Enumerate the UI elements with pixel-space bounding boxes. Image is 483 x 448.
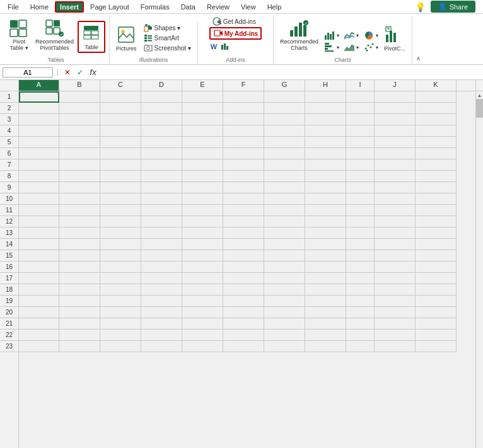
cell-J15[interactable]: [375, 250, 416, 261]
cell-H19[interactable]: [305, 296, 346, 307]
cell-K16[interactable]: [416, 261, 457, 273]
cell-B18[interactable]: [59, 284, 100, 296]
cell-E22[interactable]: [182, 330, 223, 341]
screenshot-button[interactable]: Screenshot ▾: [141, 43, 194, 53]
cell-I20[interactable]: [346, 307, 375, 318]
cell-D19[interactable]: [141, 296, 182, 307]
cell-D23[interactable]: [141, 341, 182, 352]
cell-F20[interactable]: [223, 307, 264, 318]
cell-A1[interactable]: [19, 91, 59, 103]
menu-view[interactable]: View: [236, 2, 261, 12]
cell-B7[interactable]: [59, 159, 100, 171]
cell-K10[interactable]: [416, 193, 457, 205]
cell-C16[interactable]: [100, 261, 141, 273]
cell-H8[interactable]: [305, 171, 346, 182]
col-header-k[interactable]: K: [416, 80, 457, 91]
cell-I13[interactable]: [346, 227, 375, 239]
cell-G15[interactable]: [264, 250, 305, 261]
cell-A10[interactable]: [19, 193, 59, 205]
line-chart-button[interactable]: ▾: [342, 30, 361, 41]
cell-J12[interactable]: [375, 216, 416, 227]
cell-K3[interactable]: [416, 114, 457, 125]
cell-B16[interactable]: [59, 261, 100, 273]
row-number-18[interactable]: 18: [0, 284, 18, 296]
formula-input[interactable]: [102, 69, 480, 76]
cell-D1[interactable]: [141, 91, 182, 103]
cell-A21[interactable]: [19, 318, 59, 330]
cell-C19[interactable]: [100, 296, 141, 307]
cell-reference-box[interactable]: A1: [3, 67, 53, 78]
cell-K21[interactable]: [416, 318, 457, 330]
cell-K1[interactable]: [416, 91, 457, 103]
cell-J14[interactable]: [375, 239, 416, 250]
cell-A8[interactable]: [19, 171, 59, 182]
cell-K12[interactable]: [416, 216, 457, 227]
cell-D9[interactable]: [141, 182, 182, 193]
col-header-f[interactable]: F: [223, 80, 264, 91]
cell-D21[interactable]: [141, 318, 182, 330]
cell-K9[interactable]: [416, 182, 457, 193]
cell-D12[interactable]: [141, 216, 182, 227]
cell-F16[interactable]: [223, 261, 264, 273]
pivot-table-button[interactable]: PivotTable ▾: [6, 17, 32, 53]
cell-J8[interactable]: [375, 171, 416, 182]
cell-H21[interactable]: [305, 318, 346, 330]
cell-J7[interactable]: [375, 159, 416, 171]
cell-B19[interactable]: [59, 296, 100, 307]
cell-I15[interactable]: [346, 250, 375, 261]
cell-F11[interactable]: [223, 205, 264, 216]
cell-C11[interactable]: [100, 205, 141, 216]
cell-I6[interactable]: [346, 148, 375, 159]
cell-G9[interactable]: [264, 182, 305, 193]
cell-B15[interactable]: [59, 250, 100, 261]
cell-K11[interactable]: [416, 205, 457, 216]
cell-H4[interactable]: [305, 125, 346, 137]
cell-E20[interactable]: [182, 307, 223, 318]
cell-E1[interactable]: [182, 91, 223, 103]
cell-I11[interactable]: [346, 205, 375, 216]
cell-C21[interactable]: [100, 318, 141, 330]
smartart-button[interactable]: SmartArt: [141, 33, 194, 43]
cell-G1[interactable]: [264, 91, 305, 103]
cell-I22[interactable]: [346, 330, 375, 341]
my-addins-button[interactable]: My Add-ins: [209, 27, 262, 40]
pivot-chart-button[interactable]: PivotC...: [381, 23, 408, 53]
cell-I21[interactable]: [346, 318, 375, 330]
cell-H20[interactable]: [305, 307, 346, 318]
cell-K17[interactable]: [416, 273, 457, 284]
menu-help[interactable]: Help: [262, 2, 287, 12]
cell-K7[interactable]: [416, 159, 457, 171]
vertical-scrollbar[interactable]: ▲ ▼: [475, 91, 483, 448]
cell-C20[interactable]: [100, 307, 141, 318]
cell-C4[interactable]: [100, 125, 141, 137]
row-number-22[interactable]: 22: [0, 330, 18, 341]
cell-D16[interactable]: [141, 261, 182, 273]
cell-E7[interactable]: [182, 159, 223, 171]
area-chart-button[interactable]: ▾: [342, 42, 361, 53]
cell-F6[interactable]: [223, 148, 264, 159]
cell-J17[interactable]: [375, 273, 416, 284]
cell-B12[interactable]: [59, 216, 100, 227]
row-number-2[interactable]: 2: [0, 103, 18, 114]
cell-J6[interactable]: [375, 148, 416, 159]
cell-C2[interactable]: [100, 103, 141, 114]
cell-I2[interactable]: [346, 103, 375, 114]
cell-A9[interactable]: [19, 182, 59, 193]
cell-J10[interactable]: [375, 193, 416, 205]
cell-K18[interactable]: [416, 284, 457, 296]
ribbon-collapse-btn[interactable]: ∧: [414, 54, 423, 63]
cell-B14[interactable]: [59, 239, 100, 250]
row-number-5[interactable]: 5: [0, 137, 18, 148]
cell-G6[interactable]: [264, 148, 305, 159]
cell-H3[interactable]: [305, 114, 346, 125]
cell-I7[interactable]: [346, 159, 375, 171]
cell-I8[interactable]: [346, 171, 375, 182]
cell-I9[interactable]: [346, 182, 375, 193]
cell-J9[interactable]: [375, 182, 416, 193]
cell-D4[interactable]: [141, 125, 182, 137]
menu-insert[interactable]: Insert: [55, 1, 84, 13]
cell-E21[interactable]: [182, 318, 223, 330]
cell-D7[interactable]: [141, 159, 182, 171]
cell-D22[interactable]: [141, 330, 182, 341]
cell-F2[interactable]: [223, 103, 264, 114]
